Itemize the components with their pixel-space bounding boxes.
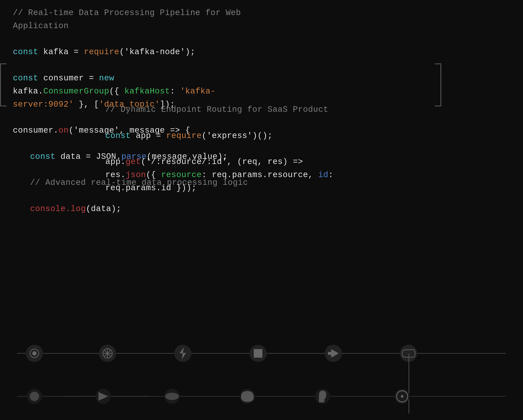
code2-line-5: app.get('/:resource/:id', (req, res) => bbox=[105, 155, 363, 169]
svg-point-1 bbox=[32, 351, 37, 355]
code-block-2: // Dynamic Endpoint Routing for SaaS Pro… bbox=[105, 103, 363, 195]
code2-line-blank bbox=[105, 116, 363, 129]
timeline-icon-5[interactable] bbox=[325, 345, 342, 362]
code-line-15: console.log(data); bbox=[13, 202, 249, 216]
svg-marker-11 bbox=[98, 392, 108, 401]
svg-point-14 bbox=[401, 395, 403, 398]
code2-line-3: const app = require('express')(); bbox=[105, 129, 363, 143]
bracket-left bbox=[0, 63, 7, 106]
timeline2-icon-6[interactable] bbox=[395, 389, 410, 404]
bracket-right bbox=[435, 63, 441, 106]
code2-line-blank2 bbox=[105, 142, 363, 155]
timeline2-icon-3[interactable] bbox=[164, 389, 180, 404]
timeline-1 bbox=[0, 338, 523, 368]
timeline-icon-2[interactable] bbox=[99, 345, 116, 362]
code-line-6: kafka.ConsumerGroup({ kafkaHost: 'kafka- bbox=[13, 85, 249, 98]
timeline-2 bbox=[0, 381, 523, 412]
timeline-icon-3[interactable] bbox=[174, 345, 191, 362]
timeline2-icon-1[interactable] bbox=[27, 389, 42, 404]
code2-line-6: res.json({ resource: req.params.resource… bbox=[105, 169, 363, 182]
code-line-3: const kafka = require('kafka-node'); bbox=[13, 46, 249, 59]
timeline2-icon-5[interactable] bbox=[315, 389, 330, 404]
svg-rect-8 bbox=[254, 349, 262, 358]
timeline2-icon-4[interactable] bbox=[240, 389, 255, 404]
svg-point-12 bbox=[165, 393, 179, 400]
code2-line-7: req.params.id })); bbox=[105, 182, 363, 195]
code-line-blank2 bbox=[13, 59, 249, 72]
timeline2-icon-2[interactable] bbox=[96, 389, 111, 404]
code-line-5: const consumer = new bbox=[13, 72, 249, 85]
timeline-icon-1[interactable] bbox=[26, 345, 43, 362]
svg-point-10 bbox=[30, 392, 39, 401]
timeline-icon-4[interactable] bbox=[249, 345, 267, 362]
svg-marker-9 bbox=[328, 349, 339, 358]
svg-marker-7 bbox=[180, 347, 186, 359]
code-line-1: // Real-time Data Processing Pipeline fo… bbox=[13, 7, 249, 33]
code-line-blank bbox=[13, 33, 249, 46]
code2-line-1: // Dynamic Endpoint Routing for SaaS Pro… bbox=[105, 103, 363, 116]
